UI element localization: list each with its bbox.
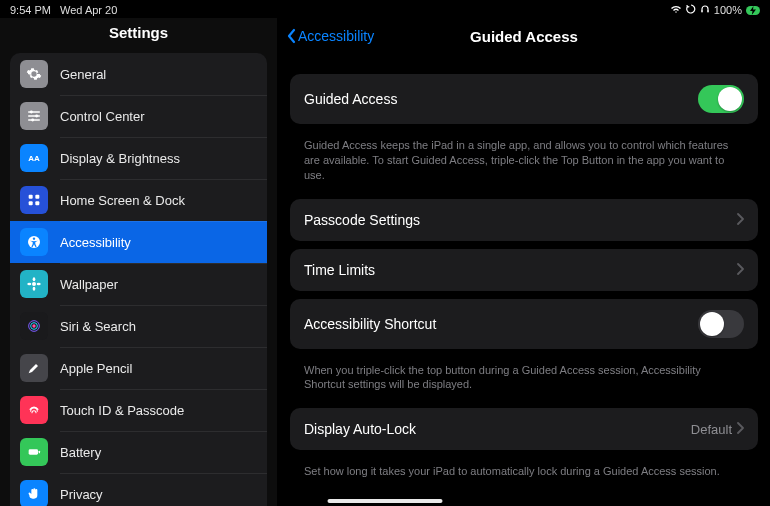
chevron-left-icon bbox=[286, 28, 296, 44]
svg-point-19 bbox=[37, 283, 41, 286]
section-footer: When you triple-click the top button dur… bbox=[290, 357, 758, 409]
brightness-icon: AA bbox=[20, 144, 48, 172]
hand-icon bbox=[20, 480, 48, 506]
sidebar-item-label: Touch ID & Passcode bbox=[60, 403, 257, 418]
sidebar-item-battery[interactable]: Battery bbox=[10, 431, 267, 473]
row-ga[interactable]: Guided Access bbox=[290, 74, 758, 124]
home-indicator[interactable] bbox=[328, 499, 443, 503]
battery-icon bbox=[20, 438, 48, 466]
sidebar-item-touchid[interactable]: Touch ID & Passcode bbox=[10, 389, 267, 431]
svg-rect-2 bbox=[28, 111, 40, 112]
detail-scroll[interactable]: Guided AccessGuided Access keeps the iPa… bbox=[278, 54, 770, 506]
battery-charging-icon bbox=[746, 6, 760, 15]
svg-rect-0 bbox=[701, 10, 703, 12]
sidebar-item-label: Accessibility bbox=[60, 235, 257, 250]
sidebar-item-label: Siri & Search bbox=[60, 319, 257, 334]
sidebar-item-pencil[interactable]: Apple Pencil bbox=[10, 347, 267, 389]
detail-group: Time Limits bbox=[290, 249, 758, 291]
svg-rect-23 bbox=[29, 449, 38, 454]
sidebar-item-label: General bbox=[60, 67, 257, 82]
sidebar-item-label: Control Center bbox=[60, 109, 257, 124]
sidebar-item-privacy[interactable]: Privacy bbox=[10, 473, 267, 506]
toggle-ga[interactable] bbox=[698, 85, 744, 113]
row-timelimits[interactable]: Time Limits bbox=[290, 249, 758, 291]
back-label: Accessibility bbox=[298, 28, 374, 44]
row-label: Time Limits bbox=[304, 262, 736, 278]
row-label: Guided Access bbox=[304, 91, 698, 107]
svg-point-5 bbox=[30, 111, 33, 114]
svg-rect-1 bbox=[707, 10, 709, 12]
status-time: 9:54 PM bbox=[10, 4, 51, 16]
status-date: Wed Apr 20 bbox=[60, 4, 117, 16]
row-passcode[interactable]: Passcode Settings bbox=[290, 199, 758, 241]
sidebar-item-wallpaper[interactable]: Wallpaper bbox=[10, 263, 267, 305]
row-label: Accessibility Shortcut bbox=[304, 316, 698, 332]
row-value: Default bbox=[691, 422, 732, 437]
sidebar-title: Settings bbox=[0, 18, 277, 53]
status-bar: 9:54 PM Wed Apr 20 100% bbox=[0, 0, 770, 18]
svg-point-15 bbox=[32, 282, 36, 286]
sidebar-item-label: Privacy bbox=[60, 487, 257, 502]
detail-group: Guided Access bbox=[290, 74, 758, 124]
sidebar-item-general[interactable]: General bbox=[10, 53, 267, 95]
wifi-icon bbox=[670, 4, 682, 16]
chevron-right-icon bbox=[736, 262, 744, 278]
sidebar-item-label: Battery bbox=[60, 445, 257, 460]
sidebar-item-display[interactable]: AADisplay & Brightness bbox=[10, 137, 267, 179]
sidebar-item-label: Apple Pencil bbox=[60, 361, 257, 376]
siri-icon bbox=[20, 312, 48, 340]
svg-point-22 bbox=[32, 324, 35, 327]
orientation-lock-icon bbox=[686, 4, 696, 16]
row-shortcut[interactable]: Accessibility Shortcut bbox=[290, 299, 758, 349]
sidebar-scroll[interactable]: GeneralControl CenterAADisplay & Brightn… bbox=[0, 53, 277, 506]
back-button[interactable]: Accessibility bbox=[286, 18, 374, 54]
svg-text:AA: AA bbox=[28, 154, 40, 163]
row-label: Passcode Settings bbox=[304, 212, 736, 228]
row-autolock[interactable]: Display Auto-LockDefault bbox=[290, 408, 758, 450]
svg-point-18 bbox=[27, 283, 31, 286]
svg-rect-3 bbox=[28, 115, 40, 116]
sidebar-item-label: Home Screen & Dock bbox=[60, 193, 257, 208]
svg-rect-12 bbox=[35, 201, 39, 205]
svg-point-6 bbox=[35, 115, 38, 118]
accessibility-icon bbox=[20, 228, 48, 256]
svg-rect-11 bbox=[29, 201, 33, 205]
svg-point-16 bbox=[33, 277, 36, 281]
toggle-shortcut[interactable] bbox=[698, 310, 744, 338]
chevron-right-icon bbox=[736, 212, 744, 228]
sliders-icon bbox=[20, 102, 48, 130]
sidebar-group: GeneralControl CenterAADisplay & Brightn… bbox=[10, 53, 267, 506]
svg-point-17 bbox=[33, 287, 36, 291]
section-footer: Guided Access keeps the iPad in a single… bbox=[290, 132, 758, 199]
section-footer: Set how long it takes your iPad to autom… bbox=[290, 458, 758, 495]
detail-header: Accessibility Guided Access bbox=[278, 18, 770, 54]
detail-group: Accessibility Shortcut bbox=[290, 299, 758, 349]
gear-icon bbox=[20, 60, 48, 88]
chevron-right-icon bbox=[736, 421, 744, 437]
headphones-icon bbox=[700, 4, 710, 16]
flower-icon bbox=[20, 270, 48, 298]
settings-sidebar: Settings GeneralControl CenterAADisplay … bbox=[0, 18, 278, 506]
detail-group: Display Auto-LockDefault bbox=[290, 408, 758, 450]
sidebar-item-accessibility[interactable]: Accessibility bbox=[10, 221, 267, 263]
sidebar-item-home[interactable]: Home Screen & Dock bbox=[10, 179, 267, 221]
svg-rect-9 bbox=[29, 195, 33, 199]
detail-group: Passcode Settings bbox=[290, 199, 758, 241]
svg-point-14 bbox=[33, 237, 35, 239]
sidebar-item-label: Wallpaper bbox=[60, 277, 257, 292]
sidebar-item-control[interactable]: Control Center bbox=[10, 95, 267, 137]
sidebar-item-siri[interactable]: Siri & Search bbox=[10, 305, 267, 347]
svg-rect-10 bbox=[35, 195, 39, 199]
detail-pane: Accessibility Guided Access Guided Acces… bbox=[278, 18, 770, 506]
grid-icon bbox=[20, 186, 48, 214]
sidebar-item-label: Display & Brightness bbox=[60, 151, 257, 166]
svg-point-7 bbox=[31, 119, 34, 122]
fingerprint-icon bbox=[20, 396, 48, 424]
battery-percent: 100% bbox=[714, 4, 742, 16]
svg-rect-24 bbox=[39, 451, 40, 454]
detail-title: Guided Access bbox=[470, 28, 578, 45]
pencil-icon bbox=[20, 354, 48, 382]
row-label: Display Auto-Lock bbox=[304, 421, 691, 437]
